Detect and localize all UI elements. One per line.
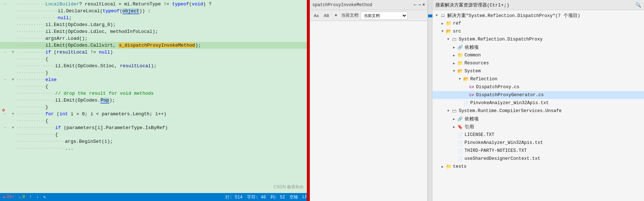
deps2-label: 依赖项: [465, 116, 479, 122]
code-line: ····················...: [0, 145, 307, 152]
shared-icon: 📄: [457, 157, 464, 161]
tree-item-pinvoke2-txt[interactable]: ▶ 📄 PinvokeAnalyzer_Win32Apis.txt: [432, 139, 644, 147]
solution-icon: 🗂: [440, 13, 446, 18]
tree-item-pinvoke-txt[interactable]: ▶ 📄 PinvokeAnalyzer_Win32Apis.txt: [432, 99, 644, 107]
expand-reflection[interactable]: ▼: [457, 77, 463, 81]
tree-item-refs[interactable]: ▶ 🔖 引用: [432, 123, 644, 131]
expand-src[interactable]: ▼: [440, 30, 445, 33]
aa-button[interactable]: Aa: [312, 13, 320, 18]
project2-icon: 🗃: [451, 108, 458, 114]
collapse-btn[interactable]: ▼: [10, 76, 16, 83]
expand-deps2[interactable]: ▶: [451, 117, 457, 121]
tree-item-project2[interactable]: ▼ 🗃 System.Runtime.CompilerServices.Unsa…: [432, 107, 644, 115]
code-line: ─ ▼ ············if (resultLocal != null): [0, 49, 307, 56]
star-button[interactable]: ✦: [333, 12, 339, 18]
folder-open-icon: 📂: [445, 29, 452, 34]
tree-item-license[interactable]: ▶ 📄 LICENSE.TXT: [432, 131, 644, 139]
find-toolbar: Aa AB ✦ 当前文档 当前文档 整个解决方案: [310, 10, 427, 21]
minimap-bar: [428, 0, 432, 201]
tree-item-deps1[interactable]: ▶ 🔗 依赖项: [432, 43, 644, 51]
minimap-indicator: [428, 14, 432, 17]
code-content[interactable]: ─ ············LocalBuilder? resultLocal …: [0, 0, 307, 201]
collapse-btn[interactable]: ▼: [10, 49, 16, 56]
folder-icon: 📁: [445, 21, 452, 26]
expand-deps1[interactable]: ▶: [451, 46, 457, 50]
code-line: ············{: [0, 117, 307, 124]
warning-count: ⚠ 0: [19, 194, 25, 200]
expand-common[interactable]: ▶: [451, 54, 457, 57]
git-up[interactable]: ↑: [29, 194, 32, 200]
resources-label: Resources: [465, 61, 489, 66]
reflection-label: Reflection: [470, 77, 497, 82]
code-line: ·················il.DeclareLocal(typeof(…: [0, 8, 307, 14]
deps2-icon: 🔗: [457, 116, 464, 122]
scope-dropdown[interactable]: 当前文档 整个解决方案: [361, 12, 408, 20]
tree-item-ref[interactable]: ▶ 📁 ref: [432, 20, 644, 27]
space-label: 空格: [290, 194, 298, 200]
code-line: ················il.Emit(OpCodes.Pop);: [0, 97, 307, 104]
expand-refs[interactable]: ▶: [451, 125, 457, 129]
solution-title: 搜索解决方案资源管理器(Ctrl+;): [435, 2, 634, 8]
vertical-bar: [307, 0, 310, 201]
txt-file-icon: 📄: [463, 101, 469, 106]
project1-label: System.Reflection.DispatchProxy: [459, 37, 543, 42]
tree-root[interactable]: ▼ 🗂 解决方案"System.Reflection.DispatchProxy…: [432, 12, 644, 20]
char-count: 字符: 40: [247, 194, 266, 200]
tests-folder-icon: 📁: [445, 164, 452, 170]
code-line: ············il.Emit(OpCodes.Ldarg_0);: [0, 21, 307, 28]
solution-search-icon[interactable]: 🔍: [635, 2, 641, 8]
tree-item-dispatchproxygenerator-cs[interactable]: ▶ C# DispatchProxyGenerator.cs: [432, 91, 644, 99]
tree-item-dispatchproxy-cs[interactable]: ▶ C# DispatchProxy.cs: [432, 83, 644, 91]
status-bar: ⊗ 99+ ⚠ 0 ↑ ↓ ✎ 行: 514 字符: 40 列: 52 空格 L…: [0, 193, 307, 201]
expand-resources[interactable]: ▶: [451, 61, 457, 65]
tests-label: tests: [453, 164, 467, 169]
code-line: ············{: [0, 56, 307, 63]
ab-button[interactable]: AB: [322, 13, 331, 18]
expand-project2[interactable]: ▼: [445, 109, 451, 113]
find-nav-prev[interactable]: ←: [414, 2, 417, 8]
git-edit[interactable]: ✎: [43, 194, 46, 200]
tree-item-common[interactable]: ▶ 📁 Common: [432, 51, 644, 59]
find-results-area[interactable]: [310, 21, 427, 201]
find-header: spatchProxyInvokeMethod ← → ×: [310, 0, 427, 10]
encoding: LF: [303, 194, 307, 200]
expand-tests[interactable]: ▶: [440, 165, 445, 169]
git-down[interactable]: ↓: [36, 194, 39, 200]
find-nav-next[interactable]: →: [418, 2, 421, 8]
solution-tree[interactable]: ▼ 🗂 解决方案"System.Reflection.DispatchProxy…: [432, 10, 644, 201]
expand-ref[interactable]: ▶: [440, 22, 445, 26]
tree-item-system[interactable]: ▼ 📂 System: [432, 67, 644, 75]
tree-item-resources[interactable]: ▶ 📁 Resources: [432, 59, 644, 67]
code-line: ····················args.BeginSet(i);: [0, 138, 307, 145]
tree-item-src[interactable]: ▼ 📂 src: [432, 27, 644, 35]
code-line: ············argsArr.Load();: [0, 35, 307, 42]
src-label: src: [453, 29, 461, 34]
find-close-btn[interactable]: ×: [422, 2, 425, 8]
tree-item-project1[interactable]: ▼ 🗃 System.Reflection.DispatchProxy: [432, 35, 644, 43]
line-gutter: ─: [0, 124, 10, 131]
pinvoke-txt-label: PinvokeAnalyzer_Win32Apis.txt: [470, 100, 549, 106]
tree-item-shared-context[interactable]: ▶ 📄 useSharedDesignerContext.txt: [432, 155, 644, 163]
tree-item-thirdparty[interactable]: ▶ 📄 THIRD-PARTY-NOTICES.TXT: [432, 147, 644, 155]
tree-item-reflection[interactable]: ▼ 📂 Reflection: [432, 75, 644, 83]
thirdparty-icon: 📄: [457, 149, 464, 153]
code-line: ················{: [0, 131, 307, 138]
deps1-label: 依赖项: [465, 44, 479, 51]
solution-header: 搜索解决方案资源管理器(Ctrl+;) 🔍: [432, 0, 644, 10]
error-indicator: ⊘: [0, 107, 7, 114]
collapse-btn[interactable]: ▼: [10, 124, 16, 131]
code-line: ─ ▼ ············else: [0, 76, 307, 83]
tree-item-tests[interactable]: ▶ 📁 tests: [432, 163, 644, 171]
watermark: CSDN 极客Bob: [274, 184, 304, 190]
scope-label: 当前文档: [341, 12, 358, 18]
thirdparty-label: THIRD-PARTY-NOTICES.TXT: [465, 148, 527, 153]
code-line: ············{: [0, 83, 307, 90]
expand-root[interactable]: ▼: [434, 14, 440, 17]
collapse-btn[interactable]: ▼: [10, 111, 16, 117]
expand-system[interactable]: ▼: [451, 69, 457, 73]
code-line: ─ ▼ ············for (int i = 0; i < para…: [0, 111, 307, 117]
expand-project1[interactable]: ▼: [445, 38, 451, 41]
code-line: ············il.Emit(OpCodes.Ldloc, metho…: [0, 28, 307, 35]
code-line: ············}: [0, 104, 307, 111]
tree-item-deps2[interactable]: ▶ 🔗 依赖项: [432, 115, 644, 123]
